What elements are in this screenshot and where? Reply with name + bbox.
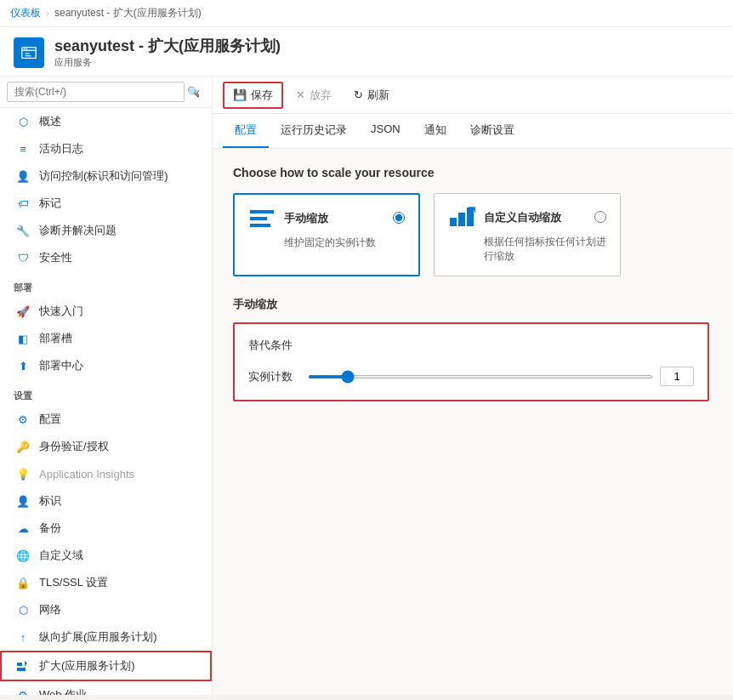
auto-scale-icon	[448, 206, 475, 230]
scale-out-icon	[15, 658, 31, 674]
sidebar-item-security[interactable]: 🛡 安全性	[0, 244, 212, 271]
condition-label: 替代条件	[248, 338, 694, 353]
sidebar-item-quickstart[interactable]: 🚀 快速入门	[0, 298, 212, 325]
instance-slider[interactable]	[308, 375, 653, 378]
svg-rect-7	[250, 224, 270, 227]
auto-scale-card[interactable]: 自定义自动缩放 根据任何指标按任何计划进行缩放	[434, 193, 621, 276]
tag-icon: 🏷	[15, 196, 31, 211]
people-icon: 👤	[15, 168, 31, 184]
svg-rect-3	[17, 663, 22, 666]
sidebar-item-deploy-center[interactable]: ⬆ 部署中心	[0, 352, 212, 379]
section-settings: 设置	[0, 379, 212, 406]
sidebar-label-overview: 概述	[39, 114, 61, 129]
log-icon: ≡	[15, 141, 31, 157]
sidebar-label-quickstart: 快速入门	[39, 304, 83, 319]
sidebar-label-tags: 标记	[39, 196, 61, 211]
config-icon: ⚙	[15, 412, 31, 427]
content-area: Choose how to scale your resource 手动缩	[213, 149, 733, 695]
sidebar-item-custom-domain[interactable]: 🌐 自定义域	[0, 542, 212, 569]
sidebar-item-diagnose[interactable]: 🔧 诊断并解决问题	[0, 217, 212, 244]
sidebar-label-access-control: 访问控制(标识和访问管理)	[39, 168, 168, 184]
search-icon: 🔍	[187, 86, 200, 98]
search-input[interactable]	[7, 82, 185, 102]
sidebar-label-app-insights: Application Insights	[39, 468, 134, 481]
lock-icon: 🔒	[15, 575, 31, 590]
sidebar-item-overview[interactable]: ⬡ 概述	[0, 108, 212, 135]
sidebar-label-identity: 标识	[39, 493, 61, 509]
manual-card-header: 手动缩放	[248, 207, 405, 230]
tab-notify[interactable]: 通知	[412, 114, 458, 148]
sidebar-item-tls-ssl[interactable]: 🔒 TLS/SSL 设置	[0, 569, 212, 596]
key-icon: 🔑	[15, 439, 31, 454]
auto-card-radio[interactable]	[594, 211, 606, 225]
breadcrumb-home[interactable]: 仪表板	[10, 6, 41, 20]
sidebar-label-tls-ssl: TLS/SSL 设置	[39, 575, 108, 590]
search-container: 🔍 «	[0, 77, 212, 108]
diagnose-icon: 🔧	[15, 223, 31, 238]
svg-rect-5	[250, 210, 274, 213]
svg-point-2	[26, 48, 27, 49]
manual-scale-card[interactable]: 手动缩放 维护固定的实例计数	[233, 193, 420, 276]
discard-button[interactable]: ✕ 放弃	[287, 83, 341, 108]
page-title: seanyutest - 扩大(应用服务计划)	[54, 36, 281, 56]
svg-point-1	[24, 48, 26, 49]
sidebar-item-auth[interactable]: 🔑 身份验证/授权	[0, 433, 212, 460]
sidebar-item-web-jobs[interactable]: ⚙ Web 作业	[0, 681, 212, 695]
refresh-button[interactable]: ↻ 刷新	[344, 83, 399, 108]
discard-icon: ✕	[296, 88, 305, 101]
sidebar-item-identity[interactable]: 👤 标识	[0, 487, 212, 515]
refresh-icon: ↻	[354, 88, 363, 101]
sidebar-item-config[interactable]: ⚙ 配置	[0, 406, 212, 433]
manual-scale-icon	[248, 207, 276, 230]
backup-icon: ☁	[15, 521, 31, 536]
home-icon: ⬡	[15, 114, 31, 129]
breadcrumb-current: seanyutest - 扩大(应用服务计划)	[54, 6, 202, 20]
svg-rect-6	[250, 217, 267, 220]
sidebar-item-scale-up[interactable]: ↑ 纵向扩展(应用服务计划)	[0, 623, 212, 651]
sidebar: 🔍 « ⬡ 概述 ≡ 活动日志 👤 访问控制(标识和访问管理) 🏷 标记 🔧 诊…	[0, 77, 213, 695]
page-header: seanyutest - 扩大(应用服务计划) 应用服务	[0, 27, 733, 77]
sidebar-item-backup[interactable]: ☁ 备份	[0, 515, 212, 542]
manual-scale-section: 手动缩放 替代条件 实例计数	[233, 297, 713, 401]
sidebar-label-backup: 备份	[39, 521, 61, 536]
tab-run-history[interactable]: 运行历史记录	[269, 114, 359, 148]
sidebar-label-config: 配置	[39, 412, 61, 427]
sidebar-label-scale-up: 纵向扩展(应用服务计划)	[39, 629, 157, 645]
sidebar-item-access-control[interactable]: 👤 访问控制(标识和访问管理)	[0, 162, 212, 190]
sidebar-item-slots[interactable]: ◧ 部署槽	[0, 325, 212, 352]
svg-rect-9	[458, 213, 465, 226]
tab-diag-settings[interactable]: 诊断设置	[458, 114, 526, 148]
sidebar-item-scale-out[interactable]: 扩大(应用服务计划)	[0, 651, 212, 681]
domain-icon: 🌐	[15, 548, 31, 563]
manual-card-title: 手动缩放	[284, 211, 384, 226]
tab-bar: 配置 运行历史记录 JSON 通知 诊断设置	[213, 114, 733, 149]
instance-label: 实例计数	[248, 369, 299, 384]
manual-card-radio[interactable]	[393, 212, 405, 226]
page-subtitle: 应用服务	[54, 56, 281, 69]
sidebar-item-app-insights[interactable]: 💡 Application Insights	[0, 460, 212, 487]
auto-card-header: 自定义自动缩放	[448, 206, 606, 230]
identity-icon: 👤	[15, 493, 31, 509]
instance-row: 实例计数	[248, 367, 694, 386]
app-service-icon	[14, 37, 44, 68]
slider-container	[308, 367, 694, 386]
save-button[interactable]: 💾 保存	[223, 82, 283, 109]
auto-card-title: 自定义自动缩放	[484, 210, 586, 225]
jobs-icon: ⚙	[15, 687, 31, 695]
refresh-label: 刷新	[367, 88, 389, 103]
insights-icon: 💡	[15, 466, 31, 481]
sidebar-item-network[interactable]: ⬡ 网络	[0, 596, 212, 623]
sidebar-item-tags[interactable]: 🏷 标记	[0, 190, 212, 217]
sidebar-label-security: 安全性	[39, 250, 72, 265]
main-content: 💾 保存 ✕ 放弃 ↻ 刷新 配置 运行历史记录 JSON 通知 诊断设置 Ch…	[213, 77, 733, 695]
svg-rect-10	[467, 208, 474, 226]
save-label: 保存	[251, 88, 273, 103]
tab-json[interactable]: JSON	[359, 114, 412, 148]
svg-rect-4	[17, 668, 26, 671]
page-header-text: seanyutest - 扩大(应用服务计划) 应用服务	[54, 36, 281, 69]
manual-scale-box: 替代条件 实例计数	[233, 322, 709, 401]
sidebar-item-activity-log[interactable]: ≡ 活动日志	[0, 135, 212, 162]
tab-config[interactable]: 配置	[223, 114, 269, 148]
instance-value-input[interactable]	[660, 367, 694, 386]
section-deploy: 部署	[0, 271, 212, 298]
